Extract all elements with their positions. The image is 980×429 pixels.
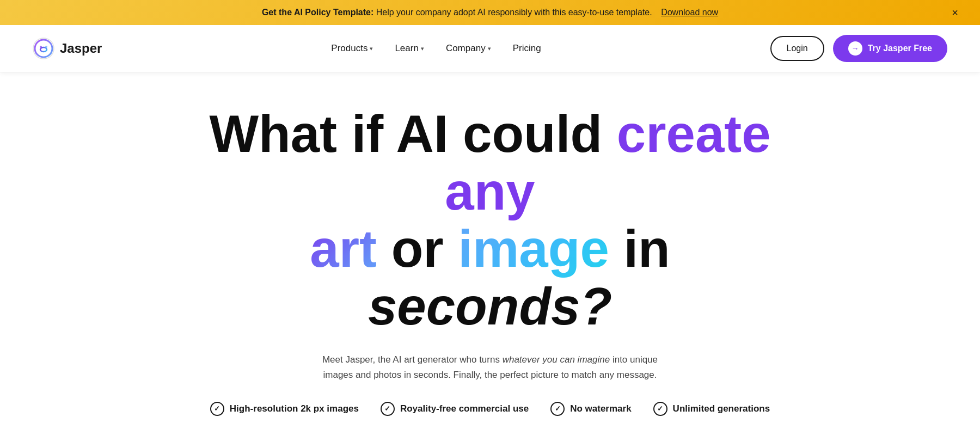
features-list: ✓ High-resolution 2k px images ✓ Royalit… — [210, 402, 770, 416]
nav-item-company[interactable]: Company ▾ — [437, 39, 500, 58]
nav-actions: Login → Try Jasper Free — [770, 35, 947, 62]
jasper-logo-icon — [33, 38, 54, 59]
check-icon: ✓ — [550, 402, 565, 416]
feature-royalty-free: ✓ Royality-free commercial use — [381, 402, 529, 416]
banner-text: Get the AI Policy Template: Help your co… — [262, 8, 718, 17]
check-icon: ✓ — [653, 402, 667, 416]
feature-no-watermark: ✓ No watermark — [550, 402, 631, 416]
banner-close-button[interactable]: × — [952, 7, 958, 18]
banner-download-link[interactable]: Download now — [661, 8, 718, 17]
feature-unlimited-generations: ✓ Unlimited generations — [653, 402, 770, 416]
nav-item-products[interactable]: Products ▾ — [322, 39, 382, 58]
svg-point-4 — [45, 46, 47, 48]
nav-links: Products ▾ Learn ▾ Company ▾ Pricing — [322, 39, 549, 58]
logo[interactable]: Jasper — [33, 38, 102, 59]
check-icon: ✓ — [381, 402, 395, 416]
announcement-banner: Get the AI Policy Template: Help your co… — [0, 0, 980, 25]
feature-high-resolution: ✓ High-resolution 2k px images — [210, 402, 359, 416]
svg-point-0 — [33, 38, 54, 59]
hero-subtitle: Meet Jasper, the AI art generator who tu… — [321, 352, 659, 382]
login-button[interactable]: Login — [770, 36, 824, 61]
nav-item-learn[interactable]: Learn ▾ — [386, 39, 432, 58]
chevron-down-icon: ▾ — [421, 45, 424, 52]
hero-section: What if AI could create any art or image… — [0, 72, 980, 429]
arrow-right-icon: → — [848, 41, 862, 56]
navbar: Jasper Products ▾ Learn ▾ Company ▾ Pric… — [0, 25, 980, 72]
chevron-down-icon: ▾ — [488, 45, 491, 52]
hero-headline: What if AI could create any art or image… — [191, 105, 789, 335]
check-icon: ✓ — [210, 402, 224, 416]
chevron-down-icon: ▾ — [370, 45, 373, 52]
svg-point-3 — [40, 46, 42, 48]
try-jasper-free-button[interactable]: → Try Jasper Free — [833, 35, 947, 62]
logo-text: Jasper — [60, 41, 102, 56]
nav-item-pricing[interactable]: Pricing — [504, 39, 550, 58]
